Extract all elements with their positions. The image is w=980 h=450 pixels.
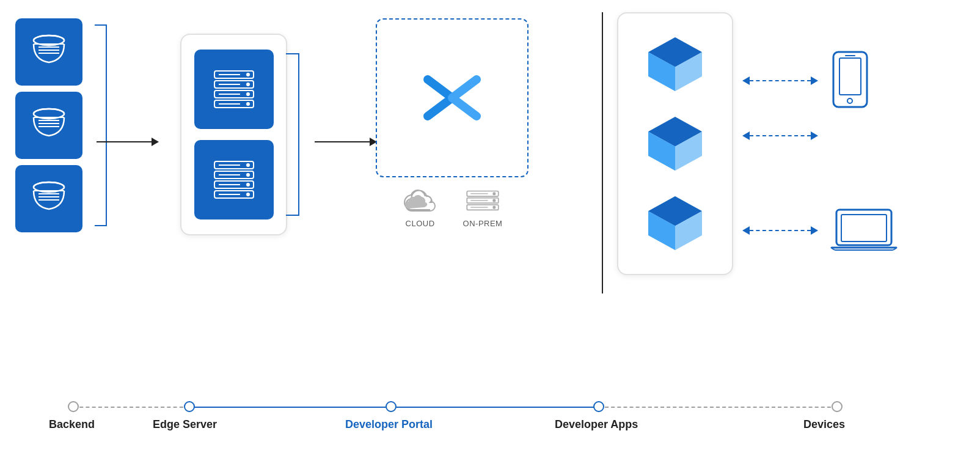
db-icon-1 — [15, 18, 82, 86]
timeline-node-portal — [386, 401, 397, 412]
onprem-icon — [464, 188, 501, 216]
svg-point-41 — [246, 163, 250, 167]
cloud-label: CLOUD — [406, 219, 435, 228]
server-icon-top — [194, 50, 274, 129]
timeline-label-apps: Developer Apps — [555, 418, 638, 431]
arrow-left-head-1 — [742, 76, 750, 85]
arrow-line — [97, 141, 152, 142]
phone-device — [830, 49, 870, 112]
timeline-node-backend — [68, 401, 79, 412]
timeline-segment-1 — [73, 407, 189, 408]
timeline: Backend Edge Server Developer Portal Dev… — [12, 395, 968, 413]
arrow-left-head-2 — [742, 131, 750, 140]
developer-portal-section: CLOUD ON-PREM — [376, 18, 528, 228]
backend-section — [15, 18, 82, 232]
svg-point-52 — [492, 199, 495, 202]
laptop-device — [830, 205, 898, 256]
svg-point-44 — [246, 193, 250, 196]
svg-point-31 — [246, 92, 250, 96]
backend-to-edge-arrow — [97, 138, 159, 146]
onprem-item: ON-PREM — [463, 188, 503, 228]
svg-point-42 — [246, 173, 250, 177]
cube-icon-3 — [638, 186, 712, 260]
timeline-label-backend: Backend — [49, 418, 95, 431]
arrow-line-2 — [315, 141, 370, 142]
arrow-head — [152, 138, 159, 146]
svg-point-53 — [492, 206, 495, 209]
dashed-arrows-phone — [742, 49, 870, 112]
m-logo — [415, 61, 489, 135]
arrow-right-head-1 — [811, 76, 818, 85]
developer-portal-box — [376, 18, 528, 177]
svg-point-43 — [246, 183, 250, 186]
svg-point-32 — [246, 102, 250, 106]
svg-rect-67 — [839, 58, 861, 95]
db-icon-2 — [15, 92, 82, 159]
cloud-icon — [402, 188, 439, 216]
timeline-label-portal: Developer Portal — [345, 418, 433, 431]
edge-box — [180, 34, 287, 235]
svg-point-51 — [492, 192, 495, 195]
svg-point-68 — [847, 98, 852, 103]
timeline-segment-4 — [599, 407, 837, 408]
timeline-node-devices — [832, 401, 843, 412]
timeline-segment-3 — [391, 407, 599, 408]
timeline-node-apps — [593, 401, 604, 412]
edge-right-bracket — [286, 53, 299, 216]
db-stack — [15, 18, 82, 232]
dashed-line-2 — [750, 135, 811, 136]
onprem-label: ON-PREM — [463, 219, 503, 228]
db-icon-3 — [15, 165, 82, 232]
dashed-arrow-row-2 — [742, 131, 818, 140]
arrow-right-head-3 — [811, 226, 818, 235]
dashed-line-3 — [750, 230, 811, 231]
svg-point-30 — [246, 83, 250, 86]
db-bracket — [95, 24, 107, 226]
arrow-right-head-2 — [811, 131, 818, 140]
svg-point-29 — [246, 73, 250, 76]
developer-apps-section — [617, 12, 733, 275]
timeline-segment-2 — [189, 407, 391, 408]
edge-to-portal-arrow — [315, 138, 377, 146]
dashed-arrows-laptop — [742, 205, 898, 256]
vertical-divider — [602, 12, 603, 293]
server-icon-bottom — [194, 140, 274, 219]
edge-server-section — [180, 34, 287, 235]
cube-icon-1 — [638, 28, 712, 101]
dashed-arrow-row-1 — [742, 76, 818, 85]
timeline-node-edge — [184, 401, 195, 412]
developer-apps-box — [617, 12, 733, 275]
dashed-arrow-middle — [742, 131, 818, 140]
cloud-item: CLOUD — [402, 188, 439, 228]
dashed-arrow-row-3 — [742, 226, 818, 235]
diagram-container: CLOUD ON-PREM — [0, 0, 980, 450]
cube-icon-2 — [638, 107, 712, 180]
dashed-line-1 — [750, 80, 811, 81]
svg-rect-71 — [841, 215, 887, 242]
arrow-left-head-3 — [742, 226, 750, 235]
timeline-label-edge: Edge Server — [153, 418, 217, 431]
timeline-label-devices: Devices — [803, 418, 845, 431]
cloud-onprem-row: CLOUD ON-PREM — [376, 188, 528, 228]
